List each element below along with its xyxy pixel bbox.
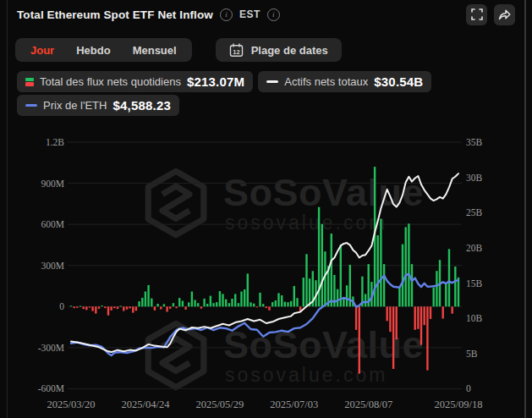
- daily-flow-bar[interactable]: [107, 306, 109, 315]
- daily-flow-bar[interactable]: [197, 303, 199, 306]
- daily-flow-bar[interactable]: [277, 293, 279, 306]
- daily-flow-bar[interactable]: [141, 298, 143, 306]
- daily-flow-bar[interactable]: [275, 300, 277, 306]
- daily-flow-bar[interactable]: [293, 286, 295, 306]
- daily-flow-bar[interactable]: [380, 219, 381, 307]
- daily-flow-bar[interactable]: [284, 302, 286, 307]
- daily-flow-bar[interactable]: [430, 306, 431, 319]
- daily-flow-bar[interactable]: [331, 234, 332, 306]
- daily-flow-bar[interactable]: [191, 292, 193, 307]
- daily-flow-bar[interactable]: [126, 306, 128, 309]
- daily-flow-bar[interactable]: [74, 306, 75, 308]
- daily-flow-bar[interactable]: [166, 306, 167, 311]
- daily-flow-bar[interactable]: [253, 304, 255, 307]
- daily-flow-bar[interactable]: [147, 285, 149, 306]
- daily-flow-bar[interactable]: [104, 306, 106, 308]
- daily-flow-bar[interactable]: [182, 301, 184, 307]
- net-assets-line[interactable]: [71, 173, 458, 352]
- daily-flow-bar[interactable]: [290, 301, 292, 307]
- daily-flow-bar[interactable]: [188, 302, 189, 306]
- daily-flow-bar[interactable]: [160, 306, 162, 309]
- daily-flow-bar[interactable]: [231, 299, 233, 306]
- daily-flow-bar[interactable]: [436, 271, 437, 306]
- daily-flow-bar[interactable]: [448, 249, 450, 306]
- daily-flow-bar[interactable]: [135, 306, 137, 311]
- daily-flow-bar[interactable]: [178, 298, 180, 306]
- daily-flow-bar[interactable]: [305, 254, 307, 306]
- daily-flow-bar[interactable]: [219, 291, 221, 306]
- daily-flow-bar[interactable]: [101, 305, 102, 306]
- daily-flow-bar[interactable]: [408, 223, 409, 306]
- daily-flow-bar[interactable]: [266, 306, 267, 308]
- daily-flow-bar[interactable]: [173, 303, 174, 306]
- daily-flow-bar[interactable]: [396, 306, 398, 339]
- daily-flow-bar[interactable]: [262, 304, 264, 306]
- daily-flow-bar[interactable]: [414, 306, 416, 330]
- daily-flow-bar[interactable]: [238, 303, 239, 306]
- daily-flow-bar[interactable]: [458, 278, 459, 307]
- daily-flow-bar[interactable]: [212, 303, 214, 306]
- daily-flow-bar[interactable]: [268, 306, 270, 311]
- daily-flow-bar[interactable]: [123, 306, 124, 311]
- daily-flow-bar[interactable]: [175, 306, 177, 308]
- daily-flow-bar[interactable]: [119, 306, 121, 307]
- daily-flow-bar[interactable]: [398, 287, 400, 307]
- daily-flow-bar[interactable]: [420, 306, 422, 344]
- daily-flow-bar[interactable]: [287, 302, 288, 306]
- daily-flow-bar[interactable]: [83, 306, 85, 309]
- daily-flow-bar[interactable]: [222, 294, 223, 306]
- daily-flow-bar[interactable]: [433, 288, 435, 307]
- daily-flow-bar[interactable]: [452, 306, 453, 313]
- daily-flow-bar[interactable]: [138, 301, 140, 306]
- daily-flow-bar[interactable]: [80, 306, 81, 307]
- daily-flow-bar[interactable]: [154, 306, 156, 311]
- daily-flow-bar[interactable]: [70, 305, 72, 306]
- daily-flow-bar[interactable]: [271, 302, 273, 306]
- daily-flow-bar[interactable]: [337, 289, 338, 307]
- daily-flow-bar[interactable]: [256, 306, 258, 307]
- daily-flow-bar[interactable]: [89, 306, 90, 307]
- daily-flow-bar[interactable]: [417, 306, 419, 329]
- daily-flow-bar[interactable]: [200, 306, 202, 308]
- daily-flow-bar[interactable]: [411, 264, 413, 306]
- daily-flow-bar[interactable]: [402, 245, 403, 307]
- daily-flow-bar[interactable]: [359, 306, 360, 373]
- daily-flow-bar[interactable]: [210, 296, 211, 307]
- daily-flow-bar[interactable]: [206, 304, 208, 306]
- daily-flow-bar[interactable]: [259, 293, 261, 306]
- daily-flow-bar[interactable]: [91, 306, 93, 311]
- daily-flow-bar[interactable]: [346, 285, 348, 306]
- daily-flow-bar[interactable]: [405, 227, 407, 306]
- eth-price-line[interactable]: [71, 274, 458, 355]
- daily-flow-bar[interactable]: [454, 267, 456, 306]
- daily-flow-bar[interactable]: [76, 306, 78, 308]
- daily-flow-bar[interactable]: [247, 273, 249, 306]
- daily-flow-bar[interactable]: [377, 235, 379, 306]
- daily-flow-bar[interactable]: [216, 302, 217, 306]
- daily-flow-bar[interactable]: [296, 298, 298, 306]
- daily-flow-bar[interactable]: [324, 251, 326, 306]
- daily-flow-bar[interactable]: [117, 306, 118, 309]
- daily-flow-bar[interactable]: [156, 304, 158, 306]
- daily-flow-bar[interactable]: [321, 224, 323, 307]
- daily-flow-bar[interactable]: [95, 306, 96, 313]
- scrollbar-track[interactable]: [524, 0, 526, 418]
- daily-flow-bar[interactable]: [145, 292, 146, 307]
- daily-flow-bar[interactable]: [228, 303, 230, 306]
- daily-flow-bar[interactable]: [244, 289, 245, 306]
- daily-flow-bar[interactable]: [203, 299, 205, 306]
- daily-flow-bar[interactable]: [281, 295, 282, 306]
- daily-flow-bar[interactable]: [303, 278, 304, 306]
- daily-flow-bar[interactable]: [387, 306, 388, 321]
- daily-flow-bar[interactable]: [442, 306, 444, 318]
- daily-flow-bar[interactable]: [113, 306, 115, 308]
- daily-flow-bar[interactable]: [426, 306, 428, 370]
- chart-canvas[interactable]: 1.2B900M600M300M0-300M-600M35B30B25B20B1…: [0, 0, 532, 418]
- daily-flow-bar[interactable]: [225, 300, 227, 307]
- daily-flow-bar[interactable]: [392, 306, 394, 369]
- daily-flow-bar[interactable]: [194, 300, 195, 307]
- daily-flow-bar[interactable]: [129, 306, 130, 308]
- daily-flow-bar[interactable]: [240, 292, 242, 307]
- daily-flow-bar[interactable]: [169, 306, 171, 309]
- daily-flow-bar[interactable]: [98, 306, 100, 309]
